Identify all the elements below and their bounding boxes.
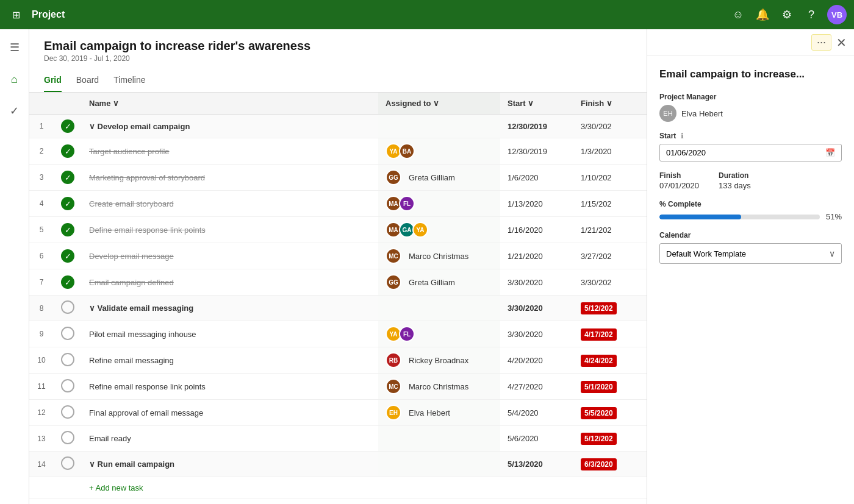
row-assigned[interactable]: EHElva Hebert (378, 400, 500, 426)
row-assigned[interactable]: RBRickey Broadnax (378, 347, 500, 374)
row-status[interactable]: ✓ (54, 165, 82, 191)
row-num: 9 (29, 321, 54, 347)
col-status (54, 93, 82, 115)
tab-board[interactable]: Board (76, 70, 99, 92)
row-status[interactable]: ✓ (54, 269, 82, 296)
calendar-select[interactable]: Default Work Template ∨ (659, 243, 842, 264)
tab-grid[interactable]: Grid (44, 70, 62, 92)
row-name[interactable]: Develop email message (82, 243, 378, 269)
duration-value: 133 days (719, 181, 751, 190)
row-assigned[interactable]: MCMarco Christmas (378, 374, 500, 400)
progress-label: % Complete (659, 200, 842, 208)
col-num (29, 93, 54, 115)
progress-percent: 51% (826, 212, 842, 221)
row-finish: 5/12/202 (573, 296, 647, 321)
row-name[interactable]: Refine email response link points (82, 374, 378, 400)
sidebar-home-icon[interactable]: ⌂ (4, 68, 26, 90)
right-panel-body: Email campaign to increase... Project Ma… (647, 56, 854, 286)
progress-track (659, 215, 820, 219)
manager-avatar: EH (659, 105, 676, 122)
row-name[interactable]: ∨ Run email campaign (82, 452, 378, 477)
row-status[interactable]: ✓ (54, 243, 82, 269)
panel-start-label: Start ℹ (659, 132, 842, 140)
table-row: 3 ✓ Marketing approval of storyboard GGG… (29, 165, 647, 191)
add-task-label[interactable]: + Add new task (82, 477, 647, 499)
table-row: 11 Refine email response link points MCM… (29, 374, 647, 400)
row-name[interactable]: Create email storyboard (82, 191, 378, 217)
row-status[interactable] (54, 374, 82, 400)
row-status[interactable] (54, 400, 82, 426)
row-start: 5/13/2020 (500, 452, 573, 477)
row-num: 1 (29, 115, 54, 138)
col-name[interactable]: Name ∨ (82, 93, 378, 115)
row-finish: 5/1/2020 (573, 374, 647, 400)
col-finish[interactable]: Finish ∨ (573, 93, 647, 115)
row-status[interactable]: ✓ (54, 115, 82, 138)
panel-close-button[interactable]: ✕ (836, 35, 847, 50)
row-start: 4/27/2020 (500, 374, 573, 400)
col-start[interactable]: Start ∨ (500, 93, 573, 115)
row-assigned[interactable]: YABA (378, 138, 500, 165)
emoji-icon[interactable]: ☺ (730, 6, 747, 23)
table-row: 1 ✓ ∨ Develop email campaign 12/30/2019 … (29, 115, 647, 138)
panel-start-section: Start ℹ 01/06/2020 📅 (659, 132, 842, 161)
sidebar-menu-icon[interactable]: ☰ (4, 37, 26, 59)
row-assigned[interactable]: MCMarco Christmas (378, 243, 500, 269)
row-assigned[interactable] (378, 452, 500, 477)
row-name[interactable]: Email campaign defined (82, 269, 378, 296)
panel-calendar-section: Calendar Default Work Template ∨ (659, 231, 842, 264)
row-assigned[interactable] (378, 296, 500, 321)
row-status[interactable]: ✓ (54, 217, 82, 243)
panel-more-button[interactable]: ··· (811, 34, 831, 51)
row-start: 12/30/2019 (500, 115, 573, 138)
sidebar-check-icon[interactable]: ✓ (4, 100, 26, 122)
table-row: 13 Email ready 5/6/2020 5/12/202 (29, 426, 647, 452)
app-title: Project (32, 9, 373, 20)
row-name[interactable]: Final approval of email message (82, 400, 378, 426)
row-finish: 1/21/202 (573, 217, 647, 243)
table-row: 7 ✓ Email campaign defined GGGreta Gilli… (29, 269, 647, 296)
row-assigned[interactable]: GGGreta Gilliam (378, 269, 500, 296)
row-assigned[interactable]: YAFL (378, 321, 500, 347)
row-finish: 3/27/202 (573, 243, 647, 269)
gear-icon[interactable]: ⚙ (778, 6, 795, 23)
help-icon[interactable]: ? (803, 6, 820, 23)
row-assigned[interactable]: MAFL (378, 191, 500, 217)
top-nav: ⊞ Project ☺ 🔔 ⚙ ? VB (0, 0, 854, 29)
row-start: 3/30/2020 (500, 321, 573, 347)
row-status[interactable] (54, 452, 82, 477)
row-assigned[interactable]: GGGreta Gilliam (378, 165, 500, 191)
row-name[interactable]: Email ready (82, 426, 378, 452)
panel-start-input[interactable]: 01/06/2020 📅 (659, 144, 842, 161)
row-name[interactable]: ∨ Validate email messaging (82, 296, 378, 321)
row-finish: 4/24/202 (573, 347, 647, 374)
row-name[interactable]: Define email response link points (82, 217, 378, 243)
right-panel-header: ··· ✕ (647, 29, 854, 56)
row-status[interactable] (54, 321, 82, 347)
manager-name: Elva Hebert (681, 109, 723, 118)
row-assigned[interactable] (378, 115, 500, 138)
row-name[interactable]: Target audience profile (82, 138, 378, 165)
row-name[interactable]: Refine email messaging (82, 347, 378, 374)
bell-icon[interactable]: 🔔 (754, 6, 771, 23)
row-name[interactable]: Marketing approval of storyboard (82, 165, 378, 191)
row-num: 7 (29, 269, 54, 296)
project-title: Email campaign to increase rider's aware… (44, 39, 632, 53)
row-start: 1/16/2020 (500, 217, 573, 243)
row-status[interactable]: ✓ (54, 138, 82, 165)
row-assigned[interactable]: MAGAYA (378, 217, 500, 243)
row-status[interactable] (54, 426, 82, 452)
grid-icon[interactable]: ⊞ (7, 6, 24, 23)
row-num: 13 (29, 426, 54, 452)
add-task-row[interactable]: + Add new task (29, 477, 647, 499)
row-name[interactable]: ∨ Develop email campaign (82, 115, 378, 138)
row-assigned[interactable] (378, 426, 500, 452)
tab-timeline[interactable]: Timeline (113, 70, 145, 92)
col-assigned[interactable]: Assigned to ∨ (378, 93, 500, 115)
row-status[interactable] (54, 347, 82, 374)
panel-duration-col: Duration 133 days (719, 171, 751, 190)
row-name[interactable]: Pilot email messaging inhouse (82, 321, 378, 347)
user-avatar[interactable]: VB (827, 5, 847, 24)
row-status[interactable]: ✓ (54, 191, 82, 217)
row-status[interactable] (54, 296, 82, 321)
